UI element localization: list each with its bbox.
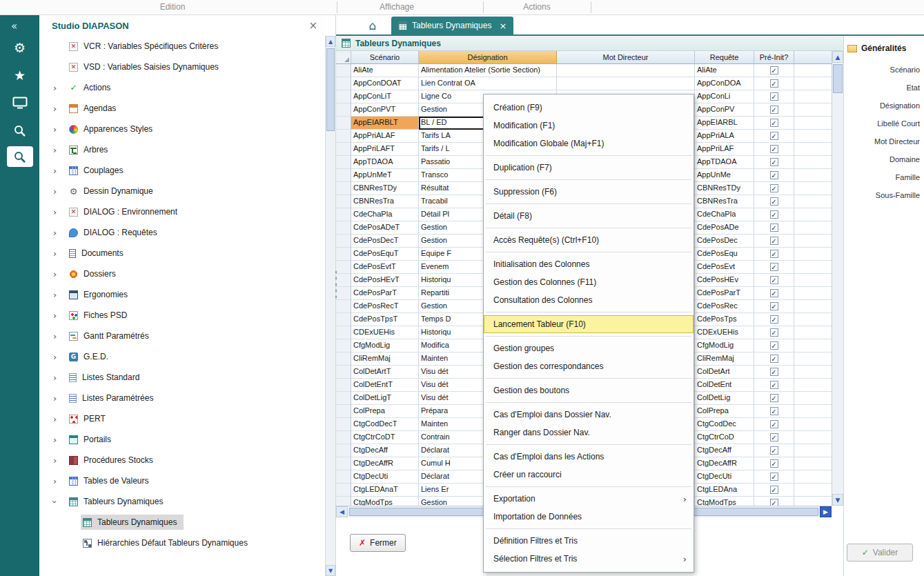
column-header-scenario[interactable]: Scénario [351, 51, 419, 64]
tree-item[interactable]: Tableurs Dynamiques [39, 491, 325, 512]
scrollbar-thumb[interactable] [326, 48, 335, 131]
cell-requete[interactable]: AppEIARBL [695, 117, 754, 130]
cell-scenario[interactable]: ColDetArtT [351, 366, 419, 379]
context-menu-item[interactable]: Accès Requête(s) (Ctrl+F10) › [484, 231, 694, 249]
context-menu-item[interactable]: Cas d'Emploi dans Dossier Nav. › [484, 406, 694, 424]
checkbox-checked-icon[interactable] [770, 79, 778, 88]
cell-scenario[interactable]: AppEIARBLT [351, 117, 419, 130]
fermer-button[interactable]: ✗ Fermer [350, 534, 406, 552]
cell-requete[interactable]: CtgModTps [695, 497, 754, 506]
cell-requete[interactable]: CfgModLig [695, 339, 754, 352]
row-marker[interactable] [336, 235, 351, 248]
row-marker[interactable] [336, 261, 351, 274]
tree-item[interactable]: Arbres [39, 139, 325, 160]
chevron-icon[interactable] [53, 207, 67, 217]
tree-item[interactable]: Ergonomies [39, 284, 325, 305]
context-menu-item[interactable]: Initialisation des Colonnes › [484, 255, 694, 273]
cell-requete[interactable]: CtgLEDAna [695, 484, 754, 497]
checkbox-checked-icon[interactable] [770, 263, 778, 271]
cell-requete[interactable]: AppConDOA [695, 77, 754, 90]
cell-requete[interactable]: CdePosEqu [695, 248, 754, 261]
favorites-star-icon[interactable]: ★ [0, 61, 39, 89]
cell-scenario[interactable]: CtgDecAffR [351, 457, 419, 470]
column-header-designation[interactable]: Désignation [419, 51, 557, 64]
checkbox-checked-icon[interactable] [770, 302, 778, 310]
cell-requete[interactable]: CBNResTDy [695, 182, 754, 195]
tree-item[interactable]: Tables de Valeurs [39, 470, 325, 491]
chevron-icon[interactable] [53, 497, 67, 507]
tree-item[interactable]: Listes Paramétrées [39, 388, 325, 408]
tree-item[interactable]: G.E.D. [39, 346, 325, 367]
cell-scenario[interactable]: CdePosDecT [351, 235, 419, 248]
context-menu-item[interactable]: Importation de Données › [484, 508, 694, 526]
tree-item[interactable]: Couplages [39, 160, 325, 181]
chevron-icon[interactable] [53, 145, 67, 155]
context-menu-item[interactable]: Sélection Filtres et Tris › [484, 550, 694, 568]
cell-scenario[interactable]: CtgDecUti [351, 470, 419, 484]
tree-item[interactable]: PERT [39, 408, 325, 429]
cell-scenario[interactable]: CdePosEquT [351, 248, 419, 261]
row-marker[interactable] [336, 392, 351, 405]
checkbox-checked-icon[interactable] [770, 210, 778, 219]
cell-scenario[interactable]: CdePosRecT [351, 300, 419, 313]
cell-scenario[interactable]: CfgModLig [351, 339, 419, 352]
cell-requete[interactable]: CdePosDec [695, 235, 754, 248]
row-marker[interactable] [336, 156, 351, 169]
chevron-icon[interactable] [53, 393, 67, 404]
cell-scenario[interactable]: CdePosTpsT [351, 313, 419, 326]
checkbox-checked-icon[interactable] [770, 132, 778, 140]
cell-requete[interactable]: CdeChaPla [695, 208, 754, 221]
cell-requete[interactable]: CdePosParT [695, 287, 754, 300]
cell-scenario[interactable]: AppConDOAT [351, 77, 419, 90]
tree-item[interactable]: Procédures Stocks [39, 450, 325, 470]
row-marker[interactable] [336, 182, 351, 195]
scroll-down-icon[interactable]: ▼ [326, 565, 335, 576]
tree-item[interactable]: Portails [39, 429, 325, 450]
cell-requete[interactable]: CtgCodDec [695, 418, 754, 431]
scroll-up-icon[interactable]: ▲ [832, 51, 843, 63]
row-marker[interactable] [336, 366, 351, 379]
tree-item[interactable]: DIALOG : Environnement [39, 201, 325, 222]
tree-item[interactable]: VCR : Variables Spécifiques Critères [39, 36, 325, 57]
row-marker[interactable] [336, 169, 351, 182]
chevron-icon[interactable] [53, 435, 67, 445]
cell-requete[interactable]: ColDetLig [695, 392, 754, 405]
tree-item[interactable]: Gantt Paramétrés [39, 326, 325, 346]
row-marker[interactable] [336, 221, 351, 235]
chevron-icon[interactable] [53, 373, 67, 383]
cell-requete[interactable]: AppConPV [695, 103, 754, 117]
tree-item[interactable]: Apparences Styles [39, 119, 325, 139]
home-tab-button[interactable]: ⌂ [364, 17, 382, 34]
tree-item[interactable]: Actions [39, 77, 325, 98]
checkbox-checked-icon[interactable] [770, 459, 778, 468]
tree-item[interactable]: DIALOG : Requêtes [39, 222, 325, 243]
panel-splitter[interactable] [334, 269, 338, 301]
chevron-icon[interactable] [53, 476, 67, 486]
cell-scenario[interactable]: AppTDAOA [351, 156, 419, 169]
checkbox-checked-icon[interactable] [770, 368, 778, 376]
close-tab-icon[interactable]: × [499, 21, 507, 31]
checkbox-checked-icon[interactable] [770, 237, 778, 245]
chevron-icon[interactable] [53, 124, 67, 135]
cell-scenario[interactable]: CtgDecAff [351, 444, 419, 457]
checkbox-checked-icon[interactable] [770, 92, 778, 101]
chevron-icon[interactable] [53, 352, 67, 362]
cell-requete[interactable]: AppPriLAF [695, 143, 754, 156]
cell-scenario[interactable]: CtgLEDAnaT [351, 484, 419, 497]
search-active-icon[interactable] [0, 144, 39, 169]
context-menu-item[interactable]: Définition Filtres et Tris › [484, 532, 694, 550]
cell-scenario[interactable]: ColPrepa [351, 405, 419, 418]
checkbox-checked-icon[interactable] [770, 119, 778, 127]
row-marker[interactable] [336, 77, 351, 90]
row-marker[interactable] [336, 195, 351, 208]
menu-group-edition[interactable]: Edition [160, 0, 186, 14]
chevron-icon[interactable] [53, 166, 67, 176]
row-marker[interactable] [336, 248, 351, 261]
chevron-icon[interactable] [53, 228, 67, 238]
row-marker[interactable] [336, 444, 351, 457]
checkbox-checked-icon[interactable] [770, 184, 778, 192]
chevron-icon[interactable] [53, 83, 67, 93]
menu-group-actions[interactable]: Actions [523, 0, 550, 14]
context-menu-item[interactable]: Création (F9) › [484, 99, 694, 117]
cell-scenario[interactable]: CBNResTra [351, 195, 419, 208]
